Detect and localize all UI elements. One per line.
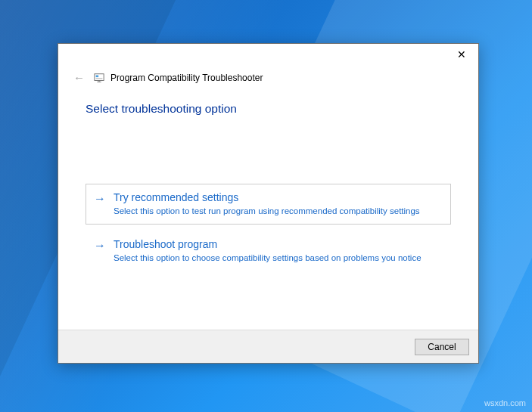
option-troubleshoot-program[interactable]: → Troubleshoot program Select this optio… <box>86 231 451 271</box>
dialog-footer: Cancel <box>58 330 478 363</box>
page-heading: Select troubleshooting option <box>86 102 451 116</box>
back-arrow-icon: ← <box>70 70 88 85</box>
troubleshooter-dialog: ✕ ← Program Compatibility Troubleshooter… <box>58 43 479 364</box>
svg-rect-1 <box>96 75 99 77</box>
option-recommended-settings[interactable]: → Try recommended settings Select this o… <box>86 184 451 225</box>
arrow-right-icon: → <box>94 191 106 206</box>
option-description: Select this option to choose compatibili… <box>114 252 443 263</box>
wizard-title: Program Compatibility Troubleshooter <box>110 73 263 83</box>
arrow-right-icon: → <box>94 238 106 253</box>
titlebar: ✕ <box>58 44 478 67</box>
troubleshooter-icon <box>94 73 104 83</box>
close-button[interactable]: ✕ <box>444 44 478 65</box>
option-title: Try recommended settings <box>114 191 443 204</box>
close-icon: ✕ <box>457 48 466 60</box>
option-description: Select this option to test run program u… <box>114 206 443 216</box>
wizard-header: ← Program Compatibility Troubleshooter <box>58 67 478 85</box>
option-title: Troubleshoot program <box>114 237 443 251</box>
option-body: Try recommended settings Select this opt… <box>114 191 443 216</box>
option-body: Troubleshoot program Select this option … <box>114 237 443 263</box>
cancel-button[interactable]: Cancel <box>415 339 469 355</box>
content-area: Select troubleshooting option → Try reco… <box>58 85 478 330</box>
watermark-text: wsxdn.com <box>484 398 526 407</box>
